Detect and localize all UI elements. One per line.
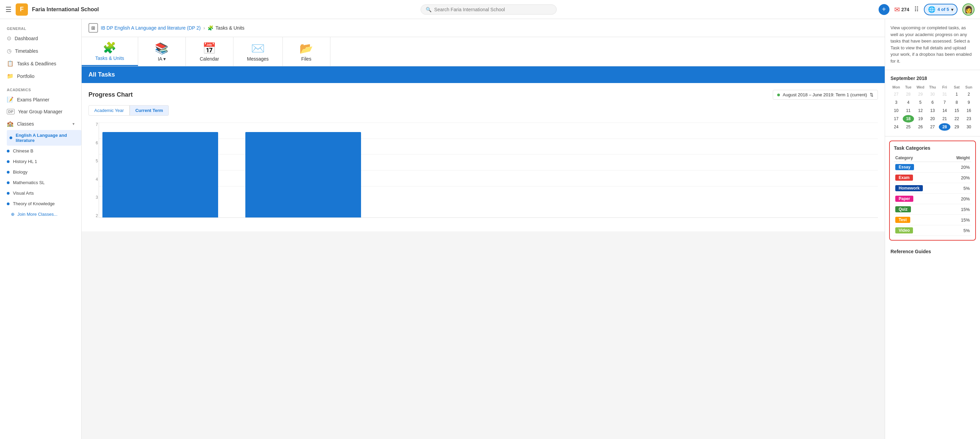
cal-day[interactable]: 23 [963,115,975,122]
class-label: History HL 1 [13,159,37,164]
search-icon: 🔍 [426,7,431,12]
class-item-visual-arts[interactable]: Visual Arts [7,188,81,199]
join-more-label: Join More Classes... [18,212,57,217]
search-bar[interactable]: 🔍 [421,5,557,14]
notification-badge[interactable]: ✉ 274 [894,5,909,14]
tab-tasks-units[interactable]: 🧩 Tasks & Units [82,37,138,66]
search-input[interactable] [434,7,552,12]
cal-header-sat: Sat [951,84,963,90]
timetables-icon: ◷ [7,48,11,54]
cat-badge: Paper [895,196,913,202]
cal-day[interactable]: 14 [939,107,950,115]
join-more-button[interactable]: ⊕ Join More Classes... [7,209,81,220]
cal-day[interactable]: 20 [927,115,939,122]
cal-day[interactable]: 30 [927,91,939,98]
cal-day-selected[interactable]: 28 [939,123,950,131]
layout: General ⊙ Dashboard ◷ Timetables 📋 Tasks… [0,19,980,439]
cal-day[interactable]: 22 [951,115,963,122]
cat-weight-cell: 20% [944,194,971,204]
cal-day[interactable]: 28 [903,91,914,98]
grid-icon[interactable]: ⠿ [914,5,919,14]
sidebar-item-year-group-manager[interactable]: DP Year Group Manager [0,106,81,118]
sidebar-item-exams-planner[interactable]: 📝 Exams Planner [0,93,81,106]
tab-calendar[interactable]: 📅 Calendar [186,37,234,66]
cal-day[interactable]: 2 [963,91,975,98]
topnav-right: + ✉ 274 ⠿ 🌐 4 of 5 ▾ 👩 [878,3,975,16]
topnav-center: 🔍 [99,5,878,14]
cal-day[interactable]: 9 [963,99,975,106]
cal-day[interactable]: 11 [903,107,914,115]
school-switcher-label: 4 of 5 [937,7,949,12]
portfolio-icon: 📁 [7,73,14,79]
cal-day[interactable]: 13 [927,107,939,115]
cal-day[interactable]: 29 [951,123,963,131]
cal-day[interactable]: 8 [951,99,963,106]
cat-weight-cell: 15% [944,204,971,215]
cal-day[interactable]: 27 [891,91,902,98]
cal-day[interactable]: 10 [891,107,902,115]
cal-day[interactable]: 30 [963,123,975,131]
logo-icon: F [16,3,28,16]
cal-day[interactable]: 3 [891,99,902,106]
class-item-tok[interactable]: Theory of Knowledge [7,199,81,209]
cal-day[interactable]: 4 [903,99,914,106]
school-switcher[interactable]: 🌐 4 of 5 ▾ [924,4,958,15]
cal-day[interactable]: 29 [915,91,926,98]
cal-day[interactable]: 27 [927,123,939,131]
chevron-icon: ▾ [73,121,75,126]
cal-day[interactable]: 5 [915,99,926,106]
cal-day[interactable]: 24 [891,123,902,131]
tab-ia[interactable]: 📚 IA ▾ [138,37,186,66]
class-label: Visual Arts [13,191,34,196]
ia-tab-icon: 📚 [155,42,169,55]
cal-day[interactable]: 6 [927,99,939,106]
cal-day[interactable]: 15 [951,107,963,115]
sidebar-item-dashboard[interactable]: ⊙ Dashboard [0,32,81,45]
class-dot-icon [7,160,10,163]
cal-day[interactable]: 25 [903,123,914,131]
class-item-history[interactable]: History HL 1 [7,156,81,167]
cal-day[interactable]: 26 [915,123,926,131]
chart-tab-academic-year[interactable]: Academic Year [89,105,130,116]
tab-messages[interactable]: ✉️ Messages [234,37,283,66]
cal-day[interactable]: 16 [963,107,975,115]
sidebar: General ⊙ Dashboard ◷ Timetables 📋 Tasks… [0,19,82,439]
chart-bar-1 [102,132,218,218]
cal-header-fri: Fri [939,84,950,90]
term-selector[interactable]: August 2018 – June 2019: Term 1 (current… [773,90,878,100]
cal-day[interactable]: 12 [915,107,926,115]
task-cat-row: Homework 5% [894,183,971,194]
sidebar-item-classes[interactable]: 🏫 Classes ▾ [0,118,81,130]
cal-day[interactable]: 17 [891,115,902,122]
class-item-biology[interactable]: Biology [7,167,81,177]
cal-day[interactable]: 19 [915,115,926,122]
cal-day[interactable]: 21 [939,115,950,122]
main-content: ⊞ IB DP English A Language and literatur… [82,19,885,439]
tab-label: Tasks & Units [95,56,124,61]
class-item-english[interactable]: English A Language and literature [7,130,81,146]
cal-day[interactable]: 7 [939,99,950,106]
add-button[interactable]: + [878,4,889,15]
class-item-chinese-b[interactable]: Chinese B [7,146,81,156]
class-dot-icon [7,181,10,184]
chart-tabs: Academic Year Current Term [89,105,878,116]
sidebar-general-title: General [0,24,81,32]
sidebar-item-portfolio[interactable]: 📁 Portfolio [0,70,81,82]
sidebar-item-timetables[interactable]: ◷ Timetables [0,45,81,57]
cat-badge: Video [895,227,913,234]
chart-tab-current-term[interactable]: Current Term [130,105,169,116]
cat-badge: Homework [895,185,923,191]
cal-day[interactable]: 31 [939,91,950,98]
sidebar-item-label: Classes [17,121,34,127]
avatar[interactable]: 👩 [962,3,975,16]
cal-day-today[interactable]: 18 [903,115,914,122]
task-cat-row: Video 5% [894,225,971,236]
breadcrumb-course-link[interactable]: IB DP English A Language and literature … [101,25,201,31]
tab-files[interactable]: 📂 Files [283,37,331,66]
sidebar-item-tasks-deadlines[interactable]: 📋 Tasks & Deadlines [0,57,81,70]
cal-day[interactable]: 1 [951,91,963,98]
hamburger-menu-icon[interactable]: ☰ [5,5,11,14]
class-item-mathematics[interactable]: Mathematics SL [7,177,81,188]
progress-header: Progress Chart August 2018 – June 2019: … [89,90,878,100]
y-label-5: 5 [89,159,98,163]
